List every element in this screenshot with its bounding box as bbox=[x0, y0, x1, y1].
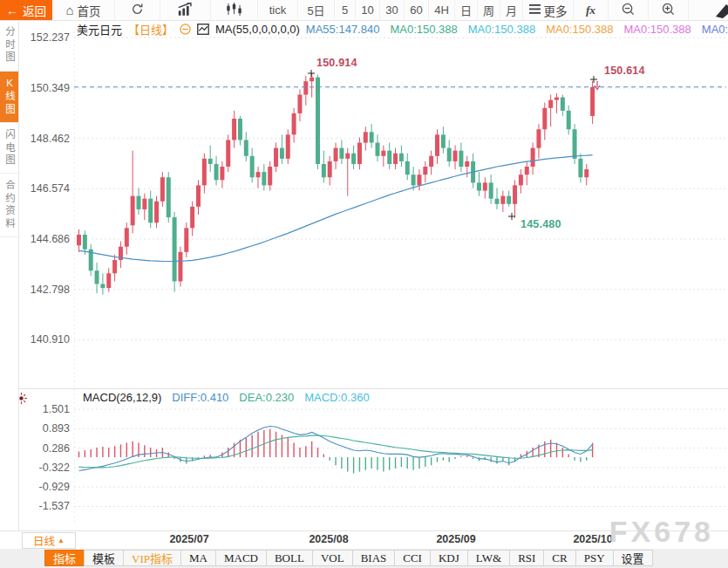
x-axis-band bbox=[0, 530, 728, 551]
pane-separator bbox=[0, 388, 728, 389]
zoom-out-button[interactable] bbox=[609, 0, 649, 20]
hamburger-icon bbox=[529, 3, 541, 17]
back-button[interactable]: ← 返回 bbox=[0, 0, 52, 20]
home-button[interactable]: ⌂ 首页 bbox=[52, 0, 115, 20]
tab-bias[interactable]: BIAS bbox=[352, 550, 396, 566]
macd-title[interactable]: MACD(26,12,9) bbox=[83, 391, 161, 404]
tab-lwr[interactable]: LW& bbox=[467, 550, 510, 566]
chart-canvas[interactable] bbox=[0, 0, 728, 568]
y-axis-tick: 148.462 bbox=[21, 133, 70, 145]
pencil-icon bbox=[712, 3, 728, 20]
sidebar-item-time-share-chart[interactable]: 分时图 bbox=[0, 20, 18, 72]
tab-settings[interactable]: 设置 bbox=[613, 550, 653, 566]
y-axis-tick: 140.910 bbox=[21, 333, 70, 346]
interval-week-button[interactable]: 周 bbox=[478, 0, 500, 20]
home-icon: ⌂ bbox=[65, 3, 73, 17]
tab-ma[interactable]: MA bbox=[180, 550, 216, 566]
ma-value: MA0:150.388 bbox=[390, 23, 457, 36]
macd-header: MACD(26,12,9) DIFF:0.410DEA:0.230MACD:0.… bbox=[83, 391, 370, 404]
period-selector[interactable]: 日线 ▲ bbox=[22, 532, 76, 549]
zoom-in-icon bbox=[662, 3, 675, 18]
refresh-button[interactable] bbox=[115, 0, 160, 20]
price-annotation: 150.614 bbox=[604, 65, 645, 77]
macd-values: DIFF:0.410DEA:0.230MACD:0.360 bbox=[172, 391, 369, 404]
tab-psy[interactable]: PSY bbox=[575, 550, 614, 566]
ma-value: MA0:150.388 bbox=[702, 23, 728, 36]
macd-axis-tick: 0.286 bbox=[21, 442, 70, 455]
bar-chart-button[interactable] bbox=[160, 0, 211, 20]
ma-value: MA55:147.840 bbox=[306, 23, 380, 36]
chart-box-icon[interactable] bbox=[197, 24, 209, 35]
interval-60min-button[interactable]: 60 bbox=[405, 0, 429, 20]
interval-4h-button[interactable]: 4H bbox=[429, 0, 455, 20]
ma-values: MA55:147.840MA0:150.388MA0:150.388MA0:15… bbox=[306, 23, 728, 36]
ma-config[interactable]: MA(55,0,0,0,0,0) bbox=[215, 23, 300, 36]
tab-boll[interactable]: BOLL bbox=[266, 550, 313, 566]
macd-axis-tick: 1.501 bbox=[21, 403, 70, 415]
ma-value: MA0:150.388 bbox=[546, 23, 613, 36]
candlestick-view-button[interactable] bbox=[211, 0, 258, 20]
y-axis-tick: 152.237 bbox=[21, 31, 70, 44]
x-axis-label: 2025/08 bbox=[309, 533, 348, 545]
y-axis-tick: 144.686 bbox=[21, 233, 70, 245]
interval-10min-button[interactable]: 10 bbox=[356, 0, 380, 20]
zoom-in-button[interactable] bbox=[649, 0, 689, 20]
x-axis-label: 2025/09 bbox=[436, 533, 475, 545]
indicator-tabbar: 指标模板VIP指标MAMACDBOLLVOLBIASCCIKDJLW&RSICR… bbox=[0, 549, 728, 568]
chevron-up-icon: ▲ bbox=[58, 537, 65, 544]
indicator-fx-button[interactable]: fx bbox=[574, 0, 609, 20]
macd-value: DIFF:0.410 bbox=[172, 391, 228, 404]
sidebar-item-contract-info[interactable]: 合约资料 bbox=[0, 174, 18, 237]
tab-cci[interactable]: CCI bbox=[394, 550, 431, 566]
app-window: ← 返回 ⌂ 首页 tick 5日 5 10 30 60 4H 日 bbox=[0, 0, 728, 568]
chart-type-sidebar: 分时图K线图闪电图合约资料 bbox=[0, 20, 19, 530]
ma-value: MA0:150.388 bbox=[623, 23, 691, 36]
sidebar-item-lightning-chart[interactable]: 闪电图 bbox=[0, 123, 18, 175]
macd-axis-tick: -0.322 bbox=[21, 462, 70, 474]
sidebar-item-kline-chart[interactable]: K线图 bbox=[0, 72, 18, 123]
interval-tick-button[interactable]: tick bbox=[258, 0, 298, 20]
tab-vip-indicator[interactable]: VIP指标 bbox=[123, 550, 181, 566]
tab-vol[interactable]: VOL bbox=[312, 550, 353, 566]
price-annotation: 150.914 bbox=[316, 57, 357, 69]
x-axis-label: 2025/10 bbox=[573, 533, 612, 545]
tab-template[interactable]: 模板 bbox=[84, 550, 124, 566]
y-axis-tick: 142.798 bbox=[21, 284, 70, 296]
ma-value: MA0:150.388 bbox=[468, 23, 535, 36]
back-arrow-icon: ← bbox=[6, 4, 18, 17]
macd-axis-tick: -0.929 bbox=[21, 481, 70, 493]
tab-rsi[interactable]: RSI bbox=[509, 550, 544, 566]
symbol-period: 【日线】 bbox=[128, 21, 173, 38]
interval-day-button[interactable]: 日 bbox=[455, 0, 478, 20]
zoom-out-icon bbox=[622, 3, 635, 18]
draw-tool-button[interactable] bbox=[689, 0, 728, 20]
more-button[interactable]: 更多 bbox=[523, 0, 574, 20]
top-toolbar: ← 返回 ⌂ 首页 tick 5日 5 10 30 60 4H 日 bbox=[0, 0, 728, 21]
y-axis-tick: 150.349 bbox=[21, 82, 70, 94]
x-axis-label: 2025/07 bbox=[169, 533, 208, 545]
macd-axis-tick: 0.893 bbox=[21, 422, 70, 435]
interval-5min-button[interactable]: 5 bbox=[335, 0, 356, 20]
symbol-name: 美元日元 bbox=[77, 21, 122, 38]
macd-value: DEA:0.230 bbox=[239, 391, 294, 404]
bar-chart-icon bbox=[177, 3, 194, 18]
interval-30min-button[interactable]: 30 bbox=[380, 0, 405, 20]
tab-macd[interactable]: MACD bbox=[215, 550, 267, 566]
collapse-indicator-icon[interactable] bbox=[180, 24, 191, 35]
y-axis-tick: 146.574 bbox=[21, 182, 70, 195]
tab-indicator[interactable]: 指标 bbox=[44, 550, 85, 566]
candlestick-icon bbox=[226, 3, 242, 18]
interval-5day-button[interactable]: 5日 bbox=[298, 0, 335, 20]
macd-axis-tick: -1.537 bbox=[21, 500, 70, 512]
macd-value: MACD:0.360 bbox=[304, 391, 369, 404]
price-annotation: 145.480 bbox=[520, 218, 561, 230]
chart-header: 美元日元 【日线】 MA(55,0,0,0,0,0) MA55:147.840M… bbox=[77, 22, 728, 36]
refresh-icon bbox=[131, 3, 144, 18]
tab-kdj[interactable]: KDJ bbox=[430, 550, 468, 566]
tab-cr[interactable]: CR bbox=[543, 550, 575, 566]
interval-month-button[interactable]: 月 bbox=[500, 0, 523, 20]
